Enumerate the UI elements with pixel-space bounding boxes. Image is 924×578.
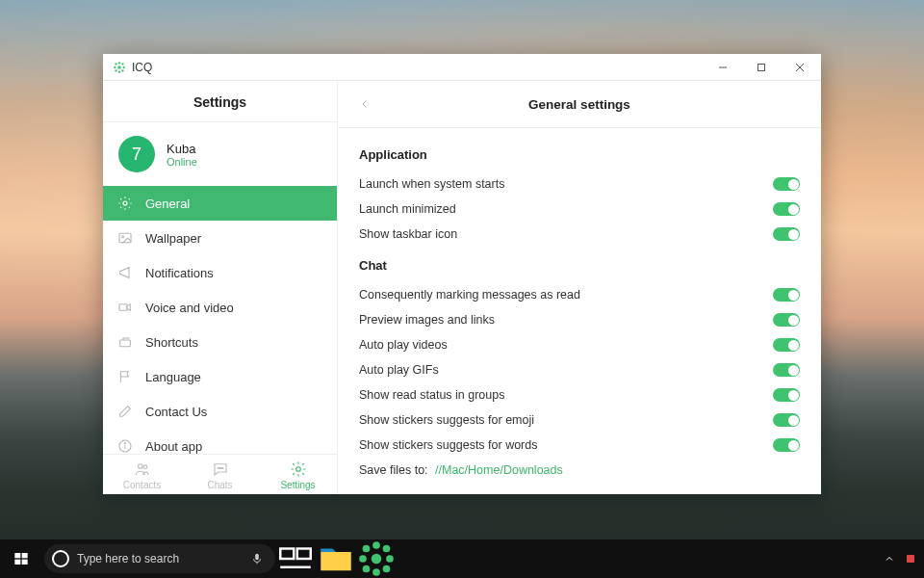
- sidebar-item-label: Wallpaper: [145, 231, 201, 246]
- tab-settings[interactable]: Settings: [259, 455, 337, 494]
- app-icon: [113, 61, 126, 74]
- tray-status-icon: [905, 553, 916, 565]
- svg-rect-30: [22, 560, 28, 565]
- task-view-icon: [275, 539, 316, 578]
- svg-point-2: [118, 70, 120, 72]
- svg-rect-31: [255, 554, 259, 560]
- taskbar-search[interactable]: Type here to search: [44, 544, 275, 573]
- bell-icon: [116, 264, 134, 281]
- window-title: ICQ: [132, 61, 152, 74]
- toggle-autoplay-video[interactable]: [773, 338, 800, 352]
- sidebar-item-about-app[interactable]: About app: [103, 429, 337, 454]
- content-scroll[interactable]: Application Launch when system starts La…: [338, 128, 821, 494]
- svg-point-37: [372, 541, 380, 549]
- toggle-preview[interactable]: [773, 313, 800, 327]
- edit-icon: [116, 403, 134, 420]
- close-button[interactable]: [781, 55, 819, 80]
- svg-point-26: [295, 467, 300, 472]
- section-heading-application: Application: [359, 147, 800, 162]
- setting-row: Auto play videos: [359, 332, 800, 357]
- svg-point-42: [383, 545, 391, 553]
- svg-rect-28: [22, 553, 28, 558]
- maximize-button[interactable]: [742, 55, 781, 80]
- minimize-button[interactable]: [704, 55, 742, 80]
- icq-icon: [356, 539, 397, 578]
- avatar: 7: [118, 136, 155, 172]
- sidebar-item-language[interactable]: Language: [103, 359, 337, 394]
- svg-point-6: [121, 63, 123, 65]
- tab-chats[interactable]: Chats: [181, 455, 259, 494]
- sidebar-item-general[interactable]: General: [103, 186, 337, 221]
- svg-point-0: [117, 66, 121, 69]
- chats-icon: [212, 460, 229, 478]
- task-view-button[interactable]: [275, 539, 316, 578]
- system-tray[interactable]: [884, 553, 924, 565]
- svg-rect-27: [14, 553, 20, 558]
- svg-point-23: [218, 467, 218, 468]
- setting-row: Show read status in groups: [359, 382, 800, 407]
- svg-point-39: [359, 555, 367, 563]
- sidebar-item-notifications[interactable]: Notifications: [103, 255, 337, 290]
- image-icon: [116, 229, 134, 247]
- svg-point-8: [121, 69, 123, 71]
- setting-label: Consequently marking messages as read: [359, 288, 580, 302]
- sidebar-title: Settings: [103, 81, 337, 122]
- toggle-launch-minimized[interactable]: [773, 202, 800, 216]
- toggle-read-status-groups[interactable]: [773, 388, 800, 402]
- search-placeholder: Type here to search: [77, 552, 243, 565]
- svg-point-5: [115, 63, 116, 65]
- taskbar-app-explorer[interactable]: [316, 539, 356, 578]
- setting-label: Launch minimized: [359, 202, 456, 216]
- svg-point-40: [386, 555, 394, 563]
- setting-label: Auto play videos: [359, 338, 448, 352]
- toggle-taskbar-icon[interactable]: [773, 227, 800, 241]
- toggle-launch-start[interactable]: [773, 177, 800, 191]
- svg-point-38: [372, 568, 380, 576]
- back-button[interactable]: [353, 92, 376, 116]
- sidebar-item-voice-video[interactable]: Voice and video: [103, 290, 337, 325]
- setting-label: Show stickers suggests for emoji: [359, 413, 534, 427]
- sidebar-item-wallpaper[interactable]: Wallpaper: [103, 221, 337, 255]
- sidebar-item-contact-us[interactable]: Contact Us: [103, 394, 337, 429]
- bottom-tabs: Contacts Chats Settings: [103, 454, 337, 494]
- svg-point-13: [123, 201, 127, 205]
- settings-nav: General Wallpaper Notifications Voice an…: [103, 186, 337, 454]
- sidebar: Settings 7 Kuba Online General W: [103, 81, 338, 494]
- gear-icon: [116, 195, 134, 212]
- svg-rect-33: [297, 549, 311, 560]
- sidebar-item-label: Language: [145, 370, 201, 384]
- content-title: General settings: [338, 97, 821, 112]
- svg-point-3: [114, 66, 116, 67]
- profile-block[interactable]: 7 Kuba Online: [103, 122, 337, 186]
- sidebar-item-label: Contact Us: [145, 405, 207, 419]
- svg-rect-29: [14, 560, 20, 565]
- profile-name: Kuba: [167, 142, 197, 156]
- toggle-mark-read[interactable]: [773, 288, 800, 302]
- taskbar-app-icq[interactable]: [356, 539, 397, 578]
- save-files-path[interactable]: //Mac/Home/Downloads: [435, 463, 563, 477]
- section-heading-chat: Chat: [359, 258, 800, 273]
- start-button[interactable]: [0, 539, 42, 578]
- content-header: General settings: [338, 81, 821, 128]
- sidebar-item-label: Notifications: [145, 266, 214, 280]
- profile-status: Online: [167, 156, 197, 168]
- svg-point-25: [221, 467, 222, 468]
- setting-label: Preview images and links: [359, 313, 495, 327]
- svg-point-36: [372, 554, 382, 565]
- save-files-label: Save files to:: [359, 463, 428, 477]
- toggle-stickers-words[interactable]: [773, 438, 800, 452]
- mic-icon: [250, 552, 264, 565]
- tab-contacts[interactable]: Contacts: [103, 455, 181, 494]
- setting-row: Show taskbar icon: [359, 222, 800, 247]
- info-icon: [116, 437, 134, 454]
- contacts-icon: [134, 460, 151, 478]
- toggle-autoplay-gif[interactable]: [773, 363, 800, 377]
- svg-point-1: [118, 62, 120, 64]
- svg-rect-10: [758, 64, 765, 70]
- sidebar-item-shortcuts[interactable]: Shortcuts: [103, 325, 337, 359]
- svg-point-20: [124, 443, 125, 444]
- toggle-stickers-emoji[interactable]: [773, 413, 800, 427]
- svg-point-21: [138, 464, 142, 469]
- folder-icon: [316, 539, 356, 578]
- svg-rect-45: [907, 555, 914, 563]
